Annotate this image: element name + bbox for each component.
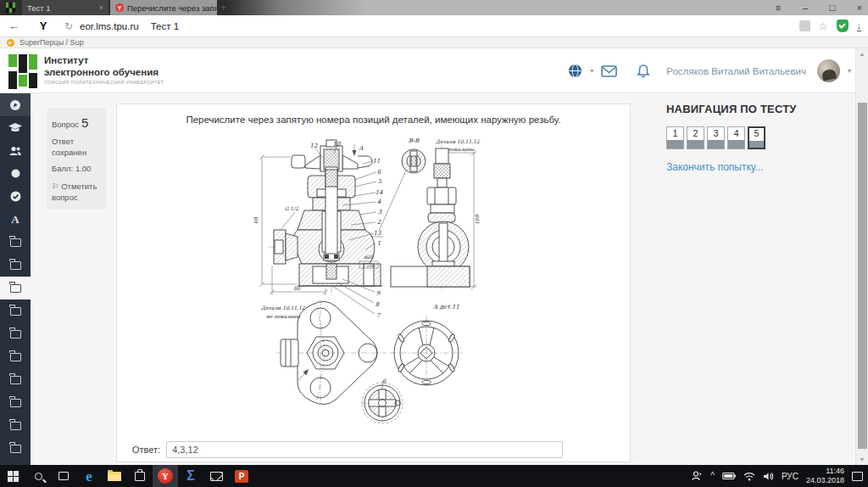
taskbar-store[interactable] xyxy=(127,465,153,487)
avatar[interactable] xyxy=(817,59,840,82)
close-icon[interactable]: × xyxy=(854,3,865,13)
sidebar-item-badge[interactable] xyxy=(0,162,31,185)
bell-icon[interactable] xyxy=(637,64,650,78)
sidebar-item-folder-3-active[interactable] xyxy=(0,277,31,299)
clock[interactable]: 11:46 24.03.2018 xyxy=(806,467,844,486)
sidebar-item-folder-5[interactable] xyxy=(0,322,31,345)
svg-text:2: 2 xyxy=(377,219,381,226)
tab-close-icon[interactable]: × xyxy=(99,3,103,12)
svg-text:G 1/2: G 1/2 xyxy=(285,205,300,211)
new-tab-button[interactable]: + xyxy=(220,2,226,14)
scroll-down-icon[interactable]: ▼ xyxy=(856,456,868,462)
flag-question-link[interactable]: ⚐ Отметить вопрос xyxy=(52,182,101,204)
search-icon xyxy=(35,473,42,480)
tray-expand-icon[interactable]: ^ xyxy=(710,472,715,480)
download-icon[interactable]: ↓ xyxy=(857,21,862,31)
svg-text:А дет.11: А дет.11 xyxy=(433,304,459,311)
yandex-logo[interactable]: Y xyxy=(29,20,58,32)
minimize-icon[interactable]: – xyxy=(800,3,810,13)
nav-question-2[interactable]: 2 xyxy=(687,126,704,149)
battery-icon[interactable] xyxy=(722,472,736,480)
extension-icon[interactable] xyxy=(799,20,810,31)
language-indicator[interactable]: РУС xyxy=(782,472,798,481)
svg-text:А: А xyxy=(359,145,364,152)
globe-caret-icon[interactable]: ▾ xyxy=(590,67,593,75)
user-name[interactable]: Росляков Виталий Витальевич xyxy=(666,66,806,76)
user-menu-caret-icon[interactable]: ▾ xyxy=(848,67,851,75)
taskbar-powerpoint[interactable]: P xyxy=(229,465,254,487)
svg-text:3: 3 xyxy=(378,209,382,216)
scroll-up-icon[interactable]: ▲ xyxy=(856,51,868,57)
users-icon xyxy=(9,146,21,156)
taskbar-explorer[interactable] xyxy=(102,465,127,487)
refresh-icon[interactable]: ↻ xyxy=(58,20,80,32)
task-view-button[interactable] xyxy=(51,465,76,487)
answer-input[interactable] xyxy=(166,441,563,458)
action-center-icon[interactable] xyxy=(852,472,863,481)
sidebar-item-folder-2[interactable] xyxy=(0,254,31,277)
taskbar-mail[interactable] xyxy=(203,465,229,487)
finish-attempt-link[interactable]: Закончить попытку... xyxy=(666,161,857,173)
folder-icon xyxy=(10,330,21,339)
tab-title: Перечислите через запяту xyxy=(127,3,217,13)
adguard-shield-icon[interactable] xyxy=(837,20,849,32)
browser-tabbar: Тест 1 × Y Перечислите через запяту + ≡ … xyxy=(0,0,868,15)
wifi-icon[interactable] xyxy=(743,472,755,481)
url-host[interactable]: eor.lms.tpu.ru xyxy=(80,21,139,31)
taskbar-sigma-app[interactable]: Σ xyxy=(178,465,203,487)
folder-icon xyxy=(10,399,21,407)
date: 24.03.2018 xyxy=(806,476,844,485)
tpu-favicon xyxy=(6,3,16,13)
edge-icon: e xyxy=(86,469,92,484)
nav-question-3[interactable]: 3 xyxy=(707,126,725,149)
sidebar-item-grades[interactable] xyxy=(0,185,31,208)
svg-text:1 отв.: 1 отв. xyxy=(363,263,376,268)
folder-icon xyxy=(10,238,21,247)
sidebar-item-folder-4[interactable] xyxy=(0,299,31,322)
sidebar-item-fonts[interactable]: A xyxy=(0,208,31,231)
sidebar-item-courses[interactable] xyxy=(0,116,31,139)
folder-icon xyxy=(10,376,21,384)
svg-text:6: 6 xyxy=(382,378,387,385)
menu-icon[interactable]: ≡ xyxy=(773,3,783,13)
nav-question-4[interactable]: 4 xyxy=(727,126,745,149)
sidebar-item-folder-9[interactable] xyxy=(0,414,31,437)
sidebar-item-folder-10[interactable] xyxy=(0,437,31,460)
page-scrollbar[interactable]: ▲ ▼ xyxy=(855,48,868,465)
svg-text:60: 60 xyxy=(253,216,259,224)
sidebar-item-folder-6[interactable] xyxy=(0,345,31,368)
sidebar-item-folder-1[interactable] xyxy=(0,231,31,254)
volume-icon[interactable] xyxy=(763,472,774,481)
nav-question-1[interactable]: 1 xyxy=(666,126,684,149)
yandex-browser-icon: Y xyxy=(158,468,173,484)
nav-question-5-current[interactable]: 5 xyxy=(748,126,765,149)
tpu-logo[interactable] xyxy=(8,54,37,87)
people-tray-icon[interactable] xyxy=(692,471,703,481)
scrollbar-thumb[interactable] xyxy=(858,103,867,449)
taskbar-edge[interactable]: e xyxy=(76,465,102,487)
taskbar-search[interactable] xyxy=(25,465,51,487)
bookmark-star-icon[interactable]: ☆ xyxy=(819,20,828,32)
folder-icon xyxy=(10,422,21,430)
svg-text:ø20: ø20 xyxy=(364,254,374,260)
back-icon[interactable]: ← xyxy=(8,20,29,32)
tab-question[interactable]: Y Перечислите через запяту xyxy=(110,0,217,15)
svg-text:13: 13 xyxy=(374,230,381,237)
screen: Тест 1 × Y Перечислите через запяту + ≡ … xyxy=(0,0,868,487)
tab-test1[interactable]: Тест 1 × xyxy=(22,0,108,15)
sidebar-item-participants[interactable] xyxy=(0,139,31,162)
lms-page: Институтэлектронного обучения ТОМСКИЙ ПО… xyxy=(0,48,868,465)
site-header: Институтэлектронного обучения ТОМСКИЙ ПО… xyxy=(0,48,868,93)
mail-icon[interactable] xyxy=(601,65,617,77)
sidebar-item-folder-7[interactable] xyxy=(0,368,31,391)
maximize-icon[interactable]: □ xyxy=(827,3,837,13)
org-title: Институтэлектронного обучения xyxy=(44,55,159,79)
globe-icon[interactable] xyxy=(568,64,582,78)
bookmark-item[interactable]: SuperПерцы / Sup xyxy=(19,38,84,47)
sidebar-item-dashboard[interactable] xyxy=(0,93,31,116)
sidebar-item-folder-8[interactable] xyxy=(0,391,31,414)
start-button[interactable] xyxy=(0,465,25,487)
svg-text:160: 160 xyxy=(474,214,480,225)
taskbar-yandex-browser-active[interactable]: Y xyxy=(153,465,178,487)
folder-icon xyxy=(10,445,21,453)
